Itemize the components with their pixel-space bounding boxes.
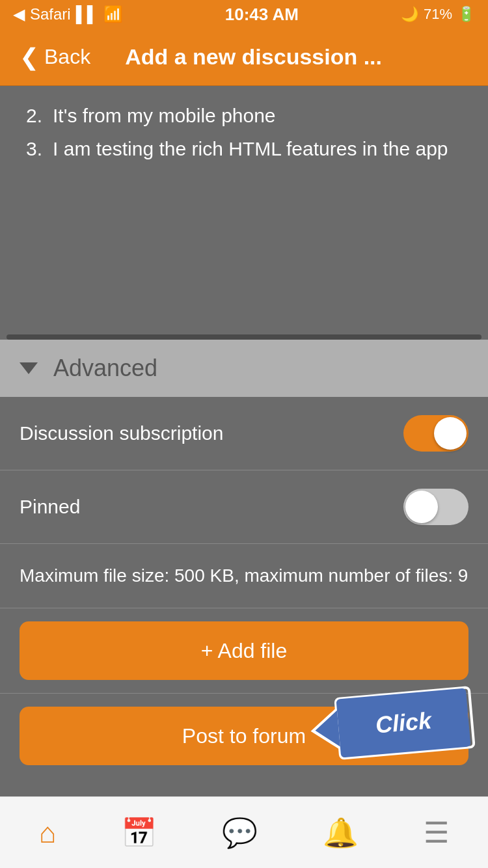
carrier-label: Safari [30, 5, 71, 23]
nav-menu[interactable]: ☰ [411, 812, 462, 854]
list-number: 2. [26, 99, 42, 132]
chat-icon: 💬 [222, 819, 258, 847]
add-file-row: + Add file [0, 608, 488, 694]
advanced-label: Advanced [53, 355, 157, 382]
list-item: 3. I am testing the rich HTML features i… [26, 132, 462, 165]
content-area: 2. It's from my mobile phone 3. I am tes… [0, 86, 488, 340]
battery-icon: 🔋 [457, 6, 475, 23]
pinned-label: Pinned [20, 496, 80, 518]
post-row: Click Post to forum [0, 694, 488, 778]
pinned-row: Pinned [0, 470, 488, 544]
toggle-knob [405, 491, 438, 523]
add-file-button[interactable]: + Add file [20, 621, 468, 680]
list-text: I am testing the rich HTML features in t… [53, 132, 448, 165]
status-left: ◀ Safari ▌▌ 📶 [13, 5, 123, 23]
battery-label: 71% [424, 6, 452, 23]
page-title: Add a new discussion ... [90, 44, 416, 70]
scrollbar[interactable] [7, 334, 481, 340]
status-bar: ◀ Safari ▌▌ 📶 10:43 AM 🌙 71% 🔋 [0, 0, 488, 29]
back-arrow-icon: ◀ [13, 5, 25, 23]
back-button[interactable]: ❮ Back [20, 44, 90, 71]
status-right: 🌙 71% 🔋 [401, 6, 475, 23]
pinned-toggle[interactable] [403, 489, 468, 525]
nav-home[interactable]: ⌂ [26, 812, 70, 854]
status-time: 10:43 AM [225, 5, 299, 25]
chevron-down-icon [20, 362, 38, 374]
settings-area: Discussion subscription Pinned Maximum f… [0, 397, 488, 778]
signal-icon: ▌▌ [76, 5, 98, 23]
list-item: 2. It's from my mobile phone [26, 99, 462, 132]
calendar-icon: 📅 [121, 819, 157, 847]
click-arrow: Click [325, 687, 468, 772]
click-label: Click [336, 688, 470, 757]
content-list: 2. It's from my mobile phone 3. I am tes… [26, 99, 462, 165]
wifi-icon: 📶 [103, 5, 123, 23]
subscription-toggle[interactable] [403, 415, 468, 452]
nav-notifications[interactable]: 🔔 [310, 812, 372, 854]
chevron-left-icon: ❮ [20, 44, 39, 71]
list-text: It's from my mobile phone [53, 99, 276, 132]
toggle-knob [434, 417, 467, 450]
subscription-label: Discussion subscription [20, 422, 223, 444]
moon-icon: 🌙 [401, 6, 418, 23]
nav-bar: ❮ Back Add a new discussion ... [0, 29, 488, 86]
bell-icon: 🔔 [323, 819, 359, 847]
list-number: 3. [26, 132, 42, 165]
nav-chat[interactable]: 💬 [209, 812, 271, 854]
menu-icon: ☰ [424, 819, 449, 847]
file-info-text: Maximum file size: 500 KB, maximum numbe… [20, 562, 468, 590]
bottom-nav: ⌂ 📅 💬 🔔 ☰ [0, 796, 488, 868]
nav-calendar[interactable]: 📅 [108, 812, 170, 854]
advanced-header[interactable]: Advanced [0, 340, 488, 397]
home-icon: ⌂ [39, 819, 57, 847]
subscription-row: Discussion subscription [0, 397, 488, 470]
back-label: Back [44, 45, 90, 69]
file-info-row: Maximum file size: 500 KB, maximum numbe… [0, 544, 488, 608]
